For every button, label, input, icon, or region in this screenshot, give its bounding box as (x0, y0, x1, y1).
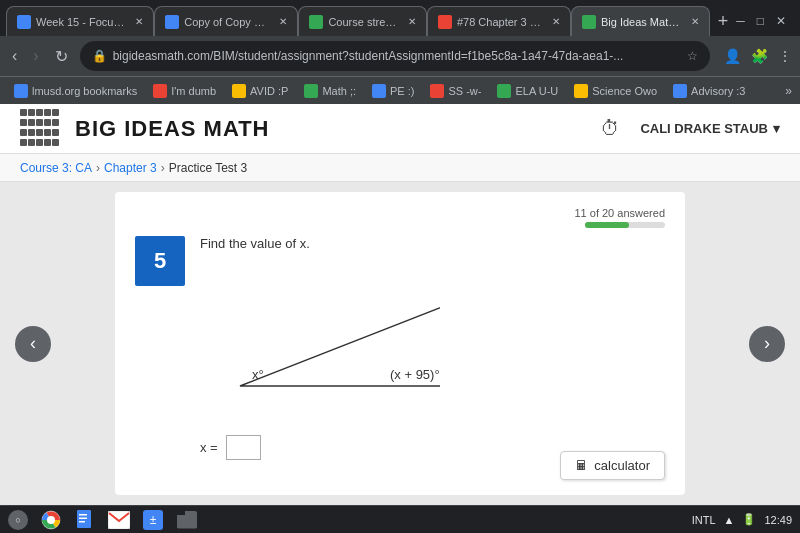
lock-icon: 🔒 (92, 49, 107, 63)
tab-3[interactable]: Course stream ✕ (298, 6, 427, 36)
question-row: 5 Find the value of x. 35° x° (x + 95)° (135, 236, 665, 460)
calculator-label: calculator (594, 458, 650, 473)
prev-question-button[interactable]: ‹ (15, 326, 51, 362)
breadcrumb-sep-2: › (161, 161, 165, 175)
star-icon[interactable]: ☆ (687, 49, 698, 63)
tab-favicon-1 (17, 15, 31, 29)
tab-close-4[interactable]: ✕ (552, 16, 560, 27)
logo-cell (52, 109, 59, 116)
bookmarks-more[interactable]: » (785, 84, 792, 98)
taskbar-launcher[interactable]: ○ (8, 510, 28, 530)
extensions-icon[interactable]: 🧩 (751, 48, 768, 64)
chrome-icon (41, 510, 61, 530)
breadcrumb-part-1[interactable]: Course 3: CA (20, 161, 92, 175)
logo-cell (36, 109, 43, 116)
progress-bar (585, 222, 665, 228)
triangle-diagram: 35° x° (x + 95)° (220, 266, 665, 410)
bk-label-science: Science Owo (592, 85, 657, 97)
next-question-button[interactable]: › (749, 326, 785, 362)
progress-text: 11 of 20 answered (135, 207, 665, 219)
triangle-svg: 35° x° (x + 95)° (220, 266, 440, 406)
bk-label-avid: AVID :P (250, 85, 288, 97)
tab-close-3[interactable]: ✕ (408, 16, 416, 27)
logo-cell (52, 119, 59, 126)
tab-label-2: Copy of Copy of... (184, 16, 270, 28)
url-bar[interactable]: 🔒 bigideasmath.com/BIM/student/assignmen… (80, 41, 710, 71)
bim-logo-icon (20, 109, 60, 149)
time-display: 12:49 (764, 514, 792, 526)
logo-cell (28, 119, 35, 126)
window-controls: ─ □ ✕ (736, 14, 794, 28)
docs-icon (76, 510, 94, 530)
bookmark-dumb[interactable]: I'm dumb (147, 82, 222, 100)
svg-rect-3 (79, 514, 87, 516)
taskbar-gmail[interactable] (108, 509, 130, 531)
bk-label-ela: ELA U-U (515, 85, 558, 97)
maximize-button[interactable]: □ (757, 14, 764, 28)
taskbar-docs[interactable] (74, 509, 96, 531)
close-button[interactable]: ✕ (776, 14, 786, 28)
svg-rect-4 (79, 517, 87, 519)
answer-label: x = (200, 440, 218, 455)
user-menu[interactable]: CALI DRAKE STAUB ▾ (640, 121, 780, 136)
taskbar-right: INTL ▲ 🔋 12:49 (692, 513, 792, 526)
back-button[interactable]: ‹ (8, 43, 21, 69)
new-tab-button[interactable]: + (710, 11, 737, 32)
bk-icon-avid (232, 84, 246, 98)
bk-icon-lmusd (14, 84, 28, 98)
bookmark-lmusd[interactable]: lmusd.org bookmarks (8, 82, 143, 100)
forward-button[interactable]: › (29, 43, 42, 69)
bookmark-math[interactable]: Math ;: (298, 82, 362, 100)
bk-icon-advisory (673, 84, 687, 98)
tab-favicon-2 (165, 15, 179, 29)
logo-cell (44, 129, 51, 136)
wifi-icon: ▲ (724, 514, 735, 526)
bk-icon-ela (497, 84, 511, 98)
tab-close-2[interactable]: ✕ (279, 16, 287, 27)
tab-1[interactable]: Week 15 - Focus... ✕ (6, 6, 154, 36)
breadcrumb-part-2[interactable]: Chapter 3 (104, 161, 157, 175)
logo-cell (52, 139, 59, 146)
bk-label-lmusd: lmusd.org bookmarks (32, 85, 137, 97)
logo-cell (28, 109, 35, 116)
taskbar-chrome[interactable] (40, 509, 62, 531)
tab-favicon-4 (438, 15, 452, 29)
reload-button[interactable]: ↻ (51, 43, 72, 70)
question-body: Find the value of x. 35° x° (x + 95)° (200, 236, 665, 460)
bookmark-avid[interactable]: AVID :P (226, 82, 294, 100)
taskbar-left: ○ (8, 509, 680, 531)
tab-4[interactable]: #78 Chapter 3 P... ✕ (427, 6, 571, 36)
tab-close-5[interactable]: ✕ (691, 16, 699, 27)
url-icons: ☆ (687, 49, 698, 63)
bookmark-science[interactable]: Science Owo (568, 82, 663, 100)
profile-icon[interactable]: 👤 (724, 48, 741, 64)
bookmark-ss[interactable]: SS -w- (424, 82, 487, 100)
tab-close-1[interactable]: ✕ (135, 16, 143, 27)
logo-cell (20, 139, 27, 146)
taskbar-files[interactable] (176, 509, 198, 531)
page-content: BIG IDEAS MATH ⏱ CALI DRAKE STAUB ▾ Cour… (0, 104, 800, 505)
minimize-button[interactable]: ─ (736, 14, 745, 28)
bim-header: BIG IDEAS MATH ⏱ CALI DRAKE STAUB ▾ (0, 104, 800, 154)
bk-label-advisory: Advisory :3 (691, 85, 745, 97)
tab-5[interactable]: Big Ideas Math... ✕ (571, 6, 710, 36)
bookmark-advisory[interactable]: Advisory :3 (667, 82, 751, 100)
tab-favicon-5 (582, 15, 596, 29)
logo-cell (36, 139, 43, 146)
dropdown-arrow-icon: ▾ (773, 121, 780, 136)
taskbar-calc[interactable]: ± (142, 509, 164, 531)
calc-app-icon: ± (143, 510, 163, 530)
breadcrumb-sep-1: › (96, 161, 100, 175)
bk-icon-ss (430, 84, 444, 98)
answer-input[interactable] (226, 435, 261, 460)
logo-cell (44, 109, 51, 116)
tab-label-5: Big Ideas Math... (601, 16, 682, 28)
progress-area: 11 of 20 answered (135, 207, 665, 228)
calculator-button[interactable]: 🖩 calculator (560, 451, 665, 480)
bookmark-pe[interactable]: PE :) (366, 82, 420, 100)
bookmark-ela[interactable]: ELA U-U (491, 82, 564, 100)
timer-icon: ⏱ (600, 117, 620, 140)
tab-2[interactable]: Copy of Copy of... ✕ (154, 6, 298, 36)
logo-cell (20, 129, 27, 136)
more-icon[interactable]: ⋮ (778, 48, 792, 64)
